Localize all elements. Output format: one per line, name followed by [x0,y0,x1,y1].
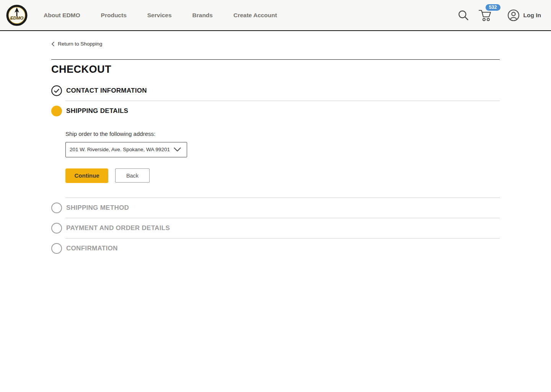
step-shipping-method-label: SHIPPING METHOD [66,204,129,212]
nav-create-account[interactable]: Create Account [233,12,277,19]
pending-step-dot-icon [51,203,62,213]
main-nav: About EDMO Products Services Brands Crea… [44,12,277,19]
search-icon [458,10,469,21]
search-button[interactable] [458,10,469,21]
page-title: CHECKOUT [51,63,500,75]
step-contact-information[interactable]: CONTACT INFORMATION [51,85,500,96]
chevron-left-icon [51,41,55,47]
shipping-details-body: Ship order to the following address: 201… [51,131,500,183]
account-icon [507,9,520,21]
svg-text:EDMO: EDMO [10,16,24,20]
ship-address-label: Ship order to the following address: [65,131,500,137]
step-divider [65,101,500,101]
step-shipping-details: SHIPPING DETAILS [51,106,500,116]
pending-step-dot-icon [51,243,62,254]
back-button[interactable]: Back [115,168,150,183]
edmo-logo[interactable]: EDMO [6,5,28,26]
return-to-shopping-link[interactable]: Return to Shopping [51,41,102,47]
continue-button[interactable]: Continue [65,168,108,183]
nav-products[interactable]: Products [101,12,127,19]
title-divider [51,59,500,60]
checkout-page: Return to Shopping CHECKOUT CONTACT INFO… [0,31,551,254]
shipping-actions: Continue Back [65,168,500,183]
chevron-down-icon [174,147,181,152]
step-shipping-method: SHIPPING METHOD [51,203,500,213]
return-link-label: Return to Shopping [58,41,102,47]
login-button[interactable]: Log In [507,9,541,21]
edmo-logo-icon: EDMO [6,5,28,26]
check-circle-icon [51,85,62,96]
pending-step-dot-icon [51,223,62,234]
step-divider [65,218,500,218]
step-confirmation-label: CONFIRMATION [66,245,118,252]
address-select-value: 201 W. Riverside, Ave. Spokane, WA 99201 [70,147,170,152]
active-step-dot-icon [51,106,62,116]
step-divider [65,238,500,238]
nav-services[interactable]: Services [147,12,172,19]
step-payment: PAYMENT AND ORDER DETAILS [51,223,500,234]
login-label: Log In [523,12,541,19]
header-actions: 532 Log In [458,9,541,22]
step-payment-label: PAYMENT AND ORDER DETAILS [66,224,170,232]
header: EDMO About EDMO Products Services Brands… [0,0,551,31]
nav-about-edmo[interactable]: About EDMO [44,12,80,19]
step-divider [65,198,500,198]
step-shipping-label: SHIPPING DETAILS [66,107,128,115]
step-confirmation: CONFIRMATION [51,243,500,254]
cart-count-badge: 532 [486,4,500,11]
cart-button[interactable]: 532 [478,9,493,22]
address-select[interactable]: 201 W. Riverside, Ave. Spokane, WA 99201 [65,142,187,157]
step-contact-label: CONTACT INFORMATION [66,87,147,95]
nav-brands[interactable]: Brands [192,12,213,19]
